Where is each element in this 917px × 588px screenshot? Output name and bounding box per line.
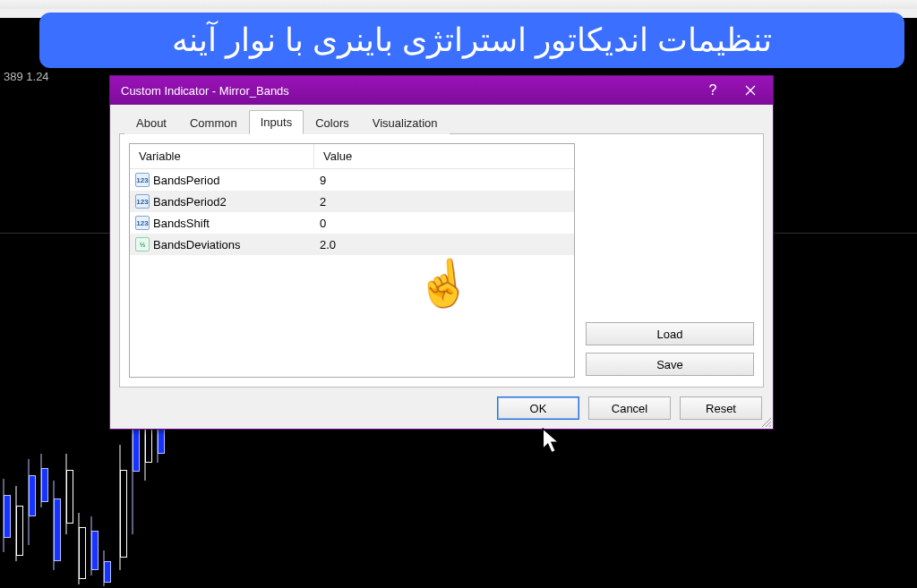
variable-name: BandsPeriod: [153, 174, 219, 187]
close-icon: [745, 85, 756, 96]
table-row[interactable]: 123BandsShift 0: [130, 212, 574, 234]
variable-name: BandsDeviations: [153, 238, 241, 251]
dialog-tabs: About Common Inputs Colors Visualization: [119, 110, 764, 134]
tab-visualization[interactable]: Visualization: [361, 111, 450, 134]
help-button[interactable]: ?: [694, 78, 732, 103]
ok-button[interactable]: OK: [497, 396, 579, 420]
banner-text: تنظیمات اندیکاتور استراتژی باینری با نوا…: [172, 21, 772, 59]
variable-value[interactable]: 2.0: [314, 238, 574, 251]
double-icon: ½: [135, 237, 150, 251]
variable-name: BandsPeriod2: [153, 195, 227, 209]
custom-indicator-dialog: Custom Indicator - Mirror_Bands ? About …: [109, 75, 774, 430]
int-icon: 123: [135, 173, 150, 187]
variable-value[interactable]: 0: [314, 217, 574, 230]
resize-grip[interactable]: [760, 416, 771, 427]
int-icon: 123: [135, 194, 150, 209]
table-row[interactable]: 123BandsPeriod 9: [130, 169, 574, 191]
tab-colors[interactable]: Colors: [304, 111, 361, 134]
cancel-button[interactable]: Cancel: [588, 396, 671, 420]
column-value[interactable]: Value: [314, 144, 574, 168]
overlay-banner: تنظیمات اندیکاتور استراتژی باینری با نوا…: [39, 13, 904, 68]
chart-status-label: 389 1.24: [0, 68, 53, 85]
reset-button[interactable]: Reset: [680, 396, 762, 420]
table-row[interactable]: ½BandsDeviations 2.0: [130, 234, 574, 255]
close-button[interactable]: [732, 78, 769, 103]
variable-value[interactable]: 9: [314, 174, 574, 187]
variable-value[interactable]: 2: [314, 195, 574, 209]
toolbar-strip-1: [0, 0, 917, 9]
dialog-title: Custom Indicator - Mirror_Bands: [121, 84, 694, 98]
tab-about[interactable]: About: [124, 111, 178, 134]
inputs-panel: Variable Value 123BandsPeriod 9 123Bands…: [119, 133, 764, 388]
dialog-titlebar[interactable]: Custom Indicator - Mirror_Bands ?: [110, 76, 773, 105]
load-button[interactable]: Load: [586, 322, 754, 345]
variable-name: BandsShift: [153, 217, 210, 230]
tab-inputs[interactable]: Inputs: [249, 110, 304, 134]
save-button[interactable]: Save: [586, 353, 754, 376]
table-row[interactable]: 123BandsPeriod2 2: [130, 191, 574, 212]
inputs-table: Variable Value 123BandsPeriod 9 123Bands…: [129, 143, 575, 378]
int-icon: 123: [135, 216, 150, 230]
tab-common[interactable]: Common: [178, 111, 249, 134]
column-variable[interactable]: Variable: [130, 144, 314, 168]
